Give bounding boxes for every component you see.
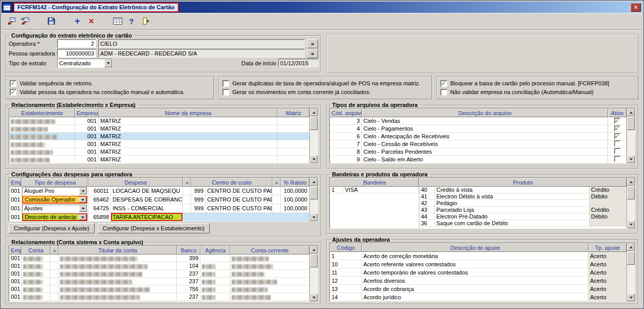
codigo-cell[interactable]: 13 [330,285,362,293]
empresa-cell[interactable]: 001 [75,140,99,148]
chevron-down-icon[interactable] [104,59,112,67]
produto-cod-cell[interactable]: 41 [419,193,435,200]
vertical-scrollbar[interactable] [627,243,635,301]
lookup-cell[interactable] [272,213,281,221]
emp-cell[interactable]: 001 [9,204,22,213]
lookup-cell[interactable] [50,278,59,285]
despesa-nome-cell[interactable]: LOCACAO DE MAQSEQU [111,187,183,195]
vertical-scrollbar[interactable] [309,246,318,301]
estabelecimento-cell[interactable] [9,117,75,125]
scroll-down-button[interactable] [627,294,635,301]
nome-empresa-cell[interactable]: MATRIZ [99,140,278,148]
scroll-down-button[interactable] [310,155,318,163]
descricao-ajuste-cell[interactable]: Acertos diversos [362,277,588,285]
lookup-cell[interactable] [183,195,191,204]
empresa-cell[interactable]: 001 [75,148,99,156]
checkbox[interactable]: ✓ [440,80,447,87]
transfer-record-button[interactable] [4,15,18,28]
conta-cell[interactable] [22,262,50,270]
chevron-down-icon[interactable] [79,188,87,194]
produto-nome-cell[interactable]: Electron Pré-Datado [435,213,590,220]
despesa-codigo-cell[interactable]: 65462 [88,195,111,204]
lookup-header-button[interactable]: » [50,246,59,255]
scroll-track[interactable] [627,251,635,294]
agencia-cell[interactable] [200,285,230,293]
option-bloquear-baixa[interactable]: ✓Bloquear a baixa de cartão pelo process… [440,80,634,87]
centro-custo-codigo-cell[interactable]: 999 [191,204,206,213]
data-inicio-field[interactable]: 01/12/2015 [278,59,318,67]
rateio-cell[interactable]: 100,0000 [281,204,309,213]
option-validar-pessoa[interactable]: ✓Validar pessoa da operadora na concilia… [10,89,210,96]
scroll-thumb[interactable] [310,254,318,267]
produto-nome-cell[interactable]: Pedágio [435,200,590,207]
descricao-arquivo-cell[interactable]: Cielo - Parcelas Pendentes [362,148,608,156]
lookup-header-button[interactable]: » [272,178,281,187]
emp-cell[interactable]: 001 [9,195,22,204]
centro-custo-nome-cell[interactable]: CENTRO DE CUSTO PADRAO [206,204,272,213]
vertical-scrollbar[interactable] [627,108,635,163]
descricao-ajuste-cell[interactable]: Acerto referente valores contestados [362,260,588,268]
scroll-thumb[interactable] [310,186,318,199]
copy-record-button[interactable] [18,15,32,28]
pessoa-code-field[interactable]: 100000003 [57,49,96,58]
rateio-cell[interactable]: 100,0000 [281,195,309,204]
matriz-cell[interactable] [278,140,309,148]
scroll-down-button[interactable] [627,221,635,228]
ativo-checkbox[interactable] [614,148,620,154]
scroll-thumb[interactable] [310,117,318,130]
emp-cell[interactable]: 001 [9,187,22,195]
banco-cell[interactable]: 399 [177,255,200,262]
scroll-up-button[interactable] [310,246,318,253]
conta-corrente-cell[interactable] [230,285,309,293]
despesa-nome-cell-highlighted[interactable]: TARIFA ANTECIPACAO [111,213,183,221]
nome-empresa-cell[interactable]: MATRIZ [99,133,278,140]
codigo-cell[interactable]: 10 [330,260,362,268]
despesa-codigo-cell[interactable]: 65898 [88,213,111,221]
descricao-arquivo-cell[interactable]: Cielo - Pagamentos [362,125,608,133]
operadora-code-field[interactable]: 2 [57,39,96,48]
matriz-cell[interactable] [278,148,309,156]
titular-cell[interactable] [59,278,177,285]
add-record-button[interactable]: + [70,15,84,28]
agencia-cell[interactable] [200,255,230,262]
cod-arquivo-cell[interactable]: 8 [330,148,362,156]
chevron-down-icon[interactable] [79,205,87,212]
conta-cell[interactable] [22,270,50,278]
descricao-ajuste-cell[interactable]: Acerto temporário de valores contestados [362,268,588,277]
scroll-down-button[interactable] [310,294,318,301]
conta-cell[interactable] [22,293,50,301]
produto-nome-cell[interactable]: Crédito à vista [435,187,590,193]
codigo-cell[interactable]: 12 [330,277,362,285]
produto-cod-cell[interactable]: 44 [419,213,435,220]
cod-arquivo-cell[interactable]: 3 [330,117,362,125]
descricao-ajuste-cell[interactable]: Acerto de correção monetária [362,252,588,260]
tipo-despesa-combo-highlighted[interactable]: Comissão Operador [22,196,87,204]
close-button[interactable]: ✕ [631,3,641,12]
banco-cell[interactable]: 104 [177,262,200,270]
centro-custo-nome-cell[interactable] [206,213,272,221]
titular-cell[interactable] [59,270,177,278]
lookup-cell[interactable] [272,204,281,213]
ativo-checkbox[interactable]: ✓ [614,125,620,132]
save-button[interactable] [44,15,58,28]
despesa-nome-cell[interactable]: DESPESAS DE COBRANC [111,195,183,204]
conta-cell[interactable] [22,285,50,293]
lookup-cell[interactable] [50,262,59,270]
emp-cell[interactable]: 001 [9,255,22,262]
bandeira-nome-cell[interactable]: VISA [343,187,419,193]
scroll-up-button[interactable] [627,178,635,186]
emp-cell[interactable]: 001 [9,270,22,278]
scroll-down-button[interactable] [627,155,635,163]
lookup-cell[interactable] [183,204,191,213]
scroll-track[interactable] [627,186,635,221]
descricao-arquivo-cell[interactable]: Cielo - Saldo em Aberto [362,156,608,163]
centro-custo-codigo-cell[interactable]: 999 [191,187,206,195]
rateio-cell[interactable]: 100,0000 [281,187,309,195]
nome-empresa-cell[interactable]: MATRIZ [99,117,278,125]
estabelecimento-cell[interactable] [9,125,75,133]
estabelecimento-cell[interactable] [9,148,75,156]
descricao-arquivo-cell[interactable]: Cielo - Cessão de Recebíveis [362,140,608,148]
matriz-cell[interactable] [278,125,309,133]
delete-record-button[interactable]: ✕ [84,15,98,28]
conta-cell[interactable] [22,278,50,285]
